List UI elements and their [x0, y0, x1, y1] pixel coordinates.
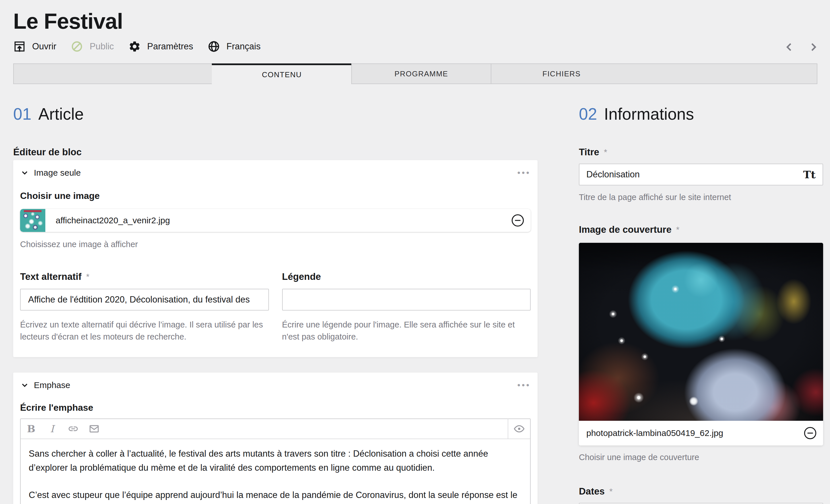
cover-field-label: Image de couverture * [579, 224, 823, 235]
open-icon [13, 40, 26, 53]
link-button[interactable] [63, 419, 84, 439]
public-slash-icon [71, 40, 83, 53]
top-toolbar: Ouvrir Public Paramètres Français [13, 40, 261, 53]
rich-text-editor: B I [20, 418, 531, 504]
globe-icon [208, 40, 220, 53]
tab-fichiers[interactable]: FICHIERS [491, 63, 818, 84]
required-asterisk: * [86, 272, 90, 282]
text-format-icon[interactable]: Tt [803, 168, 816, 181]
section-name: Informations [604, 105, 694, 123]
gear-icon [128, 40, 141, 53]
tab-spacer[interactable] [13, 63, 212, 84]
caption-help: Écrire une légende pour l'image. Elle se… [282, 319, 531, 343]
block-type-label: Image seule [34, 168, 81, 178]
required-asterisk: * [676, 225, 680, 234]
title-input-wrap: Tt [579, 164, 823, 185]
caption-field: Légende Écrire une légende pour l'image.… [282, 271, 531, 343]
block-options-button[interactable]: ••• [517, 380, 531, 390]
tab-bar: CONTENU PROGRAMME FICHIERS [13, 63, 818, 84]
file-name: afficheinact2020_a_venir2.jpg [56, 216, 170, 225]
preview-eye-button[interactable] [508, 419, 530, 439]
tab-contenu[interactable]: CONTENU [212, 63, 352, 84]
informations-column: 02 Informations Titre * Tt Titre de la p… [579, 84, 823, 504]
image-block: Image seule ••• Choisir une image affich… [13, 160, 538, 357]
remove-file-button[interactable] [511, 214, 524, 227]
tab-programme[interactable]: PROGRAMME [351, 63, 491, 84]
dates-input-wrap [579, 503, 823, 504]
next-page-button[interactable] [807, 41, 820, 53]
chevron-down-icon[interactable] [20, 168, 29, 177]
block-options-button[interactable]: ••• [517, 168, 531, 178]
open-button[interactable]: Ouvrir [13, 40, 56, 53]
chevron-down-icon[interactable] [20, 381, 29, 390]
public-label: Public [90, 41, 114, 52]
cover-photo [579, 243, 823, 421]
prev-page-button[interactable] [783, 41, 796, 53]
tab-contenu-label: CONTENU [262, 70, 301, 79]
italic-button[interactable]: I [42, 419, 63, 439]
public-status[interactable]: Public [71, 40, 114, 53]
dates-field-label: Dates * [579, 485, 823, 497]
choose-image-label: Choisir une image [20, 191, 531, 201]
language-button[interactable]: Français [208, 40, 261, 53]
remove-file-button[interactable] [804, 427, 817, 440]
write-emphasis-label: Écrire l'emphase [20, 402, 531, 413]
title-field-label: Titre * [579, 146, 823, 158]
article-section-title: 01 Article [13, 105, 538, 123]
bold-button[interactable]: B [21, 419, 42, 439]
required-asterisk: * [604, 147, 607, 157]
section-name: Article [38, 105, 84, 123]
language-label: Français [226, 41, 261, 52]
title-input[interactable] [586, 169, 803, 180]
tab-programme-label: PROGRAMME [395, 69, 448, 78]
required-asterisk: * [609, 486, 613, 496]
alt-text-help: Écrivez un texte alternatif qui décrive … [20, 319, 269, 343]
caption-label: Légende [282, 271, 531, 282]
emphasis-block: Emphase ••• Écrire l'emphase B I [13, 373, 538, 504]
paragraph: C’est avec stupeur que l’équipe apprend … [29, 488, 522, 504]
cover-image-card[interactable]: photopatrick-lambina050419_62.jpg [579, 243, 823, 445]
editor-toolbar: B I [21, 419, 530, 439]
choose-image-help: Choisissez une image à afficher [20, 238, 531, 250]
caption-input[interactable] [282, 289, 531, 311]
alt-text-field: Text alternatif * Écrivez un texte alter… [20, 271, 269, 343]
cover-help: Choisir une image de couverture [579, 451, 823, 463]
section-number: 02 [579, 105, 597, 123]
informations-section-title: 02 Informations [579, 105, 823, 123]
page-title: Le Festival [13, 9, 123, 34]
settings-label: Paramètres [147, 41, 193, 52]
alt-text-label: Text alternatif * [20, 271, 269, 282]
settings-button[interactable]: Paramètres [128, 40, 193, 53]
image-file-row[interactable]: afficheinact2020_a_venir2.jpg [20, 209, 531, 232]
block-editor-label: Éditeur de bloc [13, 146, 538, 158]
cover-file-row[interactable]: photopatrick-lambina050419_62.jpg [579, 421, 823, 445]
file-thumbnail [20, 209, 45, 232]
email-button[interactable] [84, 419, 104, 439]
file-name: photopatrick-lambina050419_62.jpg [586, 428, 723, 438]
open-label: Ouvrir [32, 41, 56, 52]
tab-fichiers-label: FICHIERS [542, 69, 581, 78]
block-type-label: Emphase [34, 380, 70, 390]
alt-text-input[interactable] [20, 289, 269, 311]
section-number: 01 [13, 105, 31, 123]
title-help: Titre de la page affiché sur le site int… [579, 191, 823, 203]
article-column: 01 Article Éditeur de bloc Image seule •… [13, 84, 538, 504]
paragraph: Sans chercher à coller à l’actualité, le… [29, 447, 522, 475]
emphasis-text[interactable]: Sans chercher à coller à l’actualité, le… [21, 439, 530, 504]
pagination-arrows [783, 41, 820, 53]
